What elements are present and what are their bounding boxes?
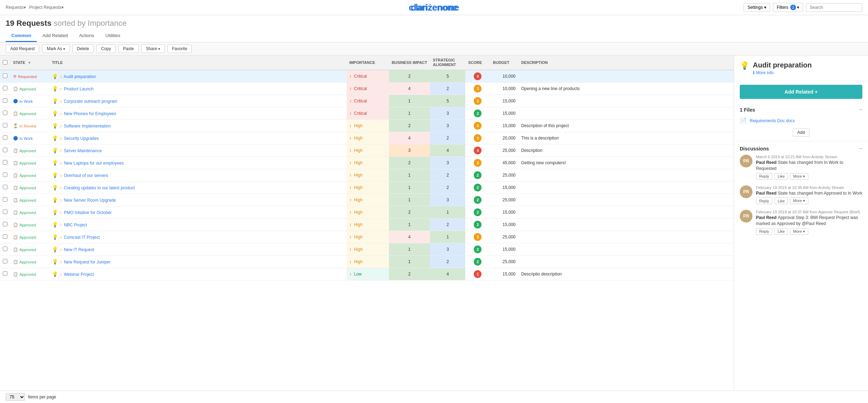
like-button[interactable]: Like <box>774 173 788 180</box>
row-checkbox[interactable] <box>3 148 7 152</box>
title-link[interactable]: Corporate outreach program <box>64 99 117 104</box>
row-checkbox-cell[interactable] <box>0 268 10 280</box>
add-related-button[interactable]: Add Related + <box>740 85 862 99</box>
title-link[interactable]: Webinar Project <box>64 272 94 277</box>
tab-utilities[interactable]: Utilities <box>100 30 126 42</box>
title-link[interactable]: New IT Request <box>64 247 94 252</box>
mark-as-button[interactable]: Mark As <box>42 45 69 53</box>
row-checkbox-cell[interactable] <box>0 256 10 268</box>
row-checkbox-cell[interactable] <box>0 157 10 169</box>
title-column-header[interactable]: TITLE <box>49 55 347 70</box>
row-checkbox-cell[interactable] <box>0 219 10 231</box>
row-checkbox-cell[interactable] <box>0 132 10 144</box>
row-checkbox-cell[interactable] <box>0 231 10 243</box>
row-checkbox-cell[interactable] <box>0 243 10 256</box>
row-checkbox[interactable] <box>3 172 7 177</box>
row-checkbox[interactable] <box>3 98 7 103</box>
title-link[interactable]: Creating updates to our latest product <box>64 185 135 190</box>
tab-actions[interactable]: Actions <box>73 30 100 42</box>
importance-arrow: ↕ <box>60 74 62 79</box>
title-link[interactable]: Comcast IT Project <box>64 235 100 240</box>
more-info-link[interactable]: ℹ More info <box>753 70 812 75</box>
budget-cell: 45,000 <box>490 157 518 169</box>
share-button[interactable]: Share <box>141 45 165 53</box>
search-input[interactable] <box>806 3 862 12</box>
strategic-alignment-value: 2 <box>447 259 449 264</box>
paste-button[interactable]: Paste <box>118 45 138 53</box>
row-checkbox[interactable] <box>3 123 7 128</box>
title-link[interactable]: New Server Room Upgrade <box>64 198 116 203</box>
title-link[interactable]: Server Maintenance <box>64 148 102 153</box>
row-checkbox-cell[interactable] <box>0 95 10 107</box>
breadcrumb-requests[interactable]: Requests▾ <box>6 5 26 10</box>
reply-button[interactable]: Reply <box>756 228 772 235</box>
row-checkbox[interactable] <box>3 135 7 140</box>
add-file-button[interactable]: Add <box>793 128 809 137</box>
row-checkbox[interactable] <box>3 86 7 90</box>
row-checkbox[interactable] <box>3 247 7 251</box>
title-link[interactable]: New Request for Juniper <box>64 260 111 265</box>
row-checkbox[interactable] <box>3 259 7 263</box>
select-all-header[interactable] <box>0 55 10 70</box>
like-button[interactable]: Like <box>774 228 788 235</box>
row-checkbox-cell[interactable] <box>0 194 10 206</box>
add-request-button[interactable]: Add Request <box>6 45 39 53</box>
like-button[interactable]: Like <box>774 197 788 204</box>
state-column-header[interactable]: STATE ▼ <box>10 55 49 70</box>
title-link[interactable]: Security Upgrades <box>64 136 99 141</box>
copy-button[interactable]: Copy <box>96 45 116 53</box>
row-checkbox[interactable] <box>3 73 7 78</box>
row-checkbox-cell[interactable] <box>0 169 10 182</box>
favorite-button[interactable]: Favorite <box>167 45 192 53</box>
row-checkbox[interactable] <box>3 185 7 189</box>
score-badge: 3 <box>474 122 482 130</box>
row-checkbox-cell[interactable] <box>0 70 10 83</box>
reply-button[interactable]: Reply <box>756 197 772 204</box>
row-checkbox[interactable] <box>3 271 7 276</box>
row-checkbox[interactable] <box>3 197 7 202</box>
title-link[interactable]: NBC Project <box>64 223 87 227</box>
select-all-checkbox[interactable] <box>3 60 7 65</box>
title-link[interactable]: Software Implementation <box>64 124 111 129</box>
importance-column-header[interactable]: IMPORTANCE <box>347 55 389 70</box>
row-checkbox[interactable] <box>3 160 7 165</box>
importance-label: Critical <box>354 74 367 79</box>
files-collapse-button[interactable]: − <box>859 107 862 113</box>
description-cell: This is a description <box>518 132 734 144</box>
filters-button[interactable]: Filters 2 ▾ <box>773 3 803 12</box>
row-checkbox-cell[interactable] <box>0 107 10 120</box>
tab-common[interactable]: Common <box>6 30 37 42</box>
title-link[interactable]: Overhaul of our servers <box>64 173 108 178</box>
file-name-link[interactable]: Requirements Doc.docx <box>750 118 795 123</box>
row-checkbox[interactable] <box>3 234 7 239</box>
row-checkbox-cell[interactable] <box>0 144 10 157</box>
state-icon: 📋 <box>13 223 18 227</box>
breadcrumb-project-requests[interactable]: Project Requests▾ <box>29 5 64 10</box>
row-checkbox[interactable] <box>3 209 7 214</box>
breadcrumb[interactable]: Requests▾ Project Requests▾ <box>6 5 64 10</box>
business-impact-value: 3 <box>408 148 411 153</box>
importance-label: Critical <box>354 99 367 103</box>
avatar: PR <box>740 155 752 167</box>
title-link[interactable]: PMO Intiative for October <box>64 210 112 215</box>
discussions-collapse-button[interactable]: − <box>859 146 862 152</box>
title-link[interactable]: New Laptops for our employees <box>64 161 124 166</box>
row-checkbox-cell[interactable] <box>0 83 10 95</box>
title-link[interactable]: New Phones for Employees <box>64 111 116 116</box>
row-checkbox-cell[interactable] <box>0 120 10 132</box>
business-impact-value: 1 <box>408 247 411 252</box>
row-checkbox[interactable] <box>3 111 7 115</box>
settings-button[interactable]: Settings ▾ <box>744 3 770 12</box>
items-per-page-select[interactable]: 75 25 50 100 <box>6 393 25 401</box>
more-button[interactable]: More ▾ <box>790 197 808 204</box>
title-link[interactable]: Product Launch <box>64 87 94 91</box>
more-button[interactable]: More ▾ <box>790 228 808 235</box>
delete-button[interactable]: Delete <box>72 45 94 53</box>
row-checkbox-cell[interactable] <box>0 182 10 194</box>
tab-add-related[interactable]: Add Related <box>37 30 73 42</box>
title-link[interactable]: Audit preparation <box>64 74 96 79</box>
row-checkbox-cell[interactable] <box>0 206 10 219</box>
reply-button[interactable]: Reply <box>756 173 772 180</box>
more-button[interactable]: More ▾ <box>790 173 808 180</box>
row-checkbox[interactable] <box>3 222 7 226</box>
